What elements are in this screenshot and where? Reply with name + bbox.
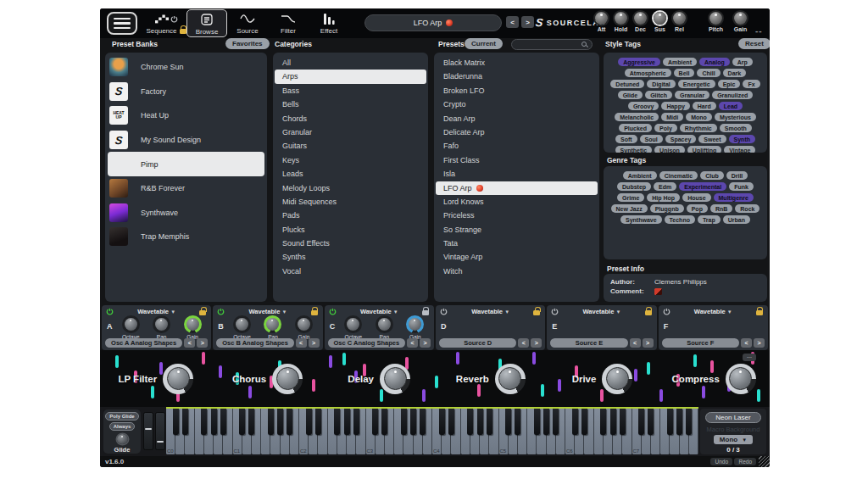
black-key[interactable] bbox=[201, 409, 207, 435]
style-tag-chip[interactable]: Atmospheric bbox=[625, 69, 671, 77]
poly-glide-button[interactable]: Poly Glide bbox=[105, 412, 138, 421]
source-next-button[interactable]: > bbox=[531, 338, 542, 348]
black-key[interactable] bbox=[211, 409, 217, 435]
genre-tag-chip[interactable]: New Jazz bbox=[611, 204, 648, 213]
category-item[interactable]: Bells bbox=[273, 97, 428, 111]
black-key[interactable] bbox=[467, 409, 473, 435]
genre-tag-chip[interactable]: Drill bbox=[726, 171, 748, 180]
effect-knob[interactable] bbox=[272, 364, 303, 394]
pitch-wheel[interactable] bbox=[143, 412, 153, 450]
black-key[interactable] bbox=[248, 409, 254, 435]
black-key[interactable] bbox=[553, 409, 559, 435]
osc-type-dropdown[interactable]: Wavetable ▼ bbox=[436, 308, 545, 315]
style-tag-chip[interactable]: Groovy bbox=[628, 102, 659, 110]
genre-tag-chip[interactable]: Ambient bbox=[623, 171, 657, 180]
style-tag-chip[interactable]: Aggressive bbox=[618, 58, 660, 66]
preset-item[interactable]: Witch bbox=[434, 265, 599, 278]
preset-item[interactable]: Priceless bbox=[434, 209, 599, 222]
genre-tag-chip[interactable]: Club bbox=[700, 171, 724, 180]
source-next-button[interactable]: > bbox=[754, 338, 765, 348]
style-tag-chip[interactable]: Detuned bbox=[610, 80, 644, 88]
style-tag-chip[interactable]: Melancholic bbox=[615, 113, 659, 121]
source-next-button[interactable]: > bbox=[309, 338, 320, 348]
source-prev-button[interactable]: < bbox=[184, 338, 195, 348]
style-tag-chip[interactable]: Epic bbox=[718, 80, 741, 88]
style-tag-chip[interactable]: Sweet bbox=[698, 135, 726, 143]
black-key[interactable] bbox=[487, 409, 492, 435]
style-tag-chip[interactable]: Midi bbox=[661, 113, 683, 121]
black-key[interactable] bbox=[306, 409, 312, 435]
style-tag-chip[interactable]: Analog bbox=[699, 58, 730, 66]
osc-type-dropdown[interactable]: Wavetable ▼ bbox=[102, 308, 211, 315]
style-tag-chip[interactable]: Uplifting bbox=[687, 146, 721, 153]
preset-item[interactable]: Black Matrix bbox=[434, 56, 599, 70]
source-prev-button[interactable]: < bbox=[296, 338, 307, 348]
master-knob[interactable] bbox=[709, 12, 722, 25]
style-tag-chip[interactable]: Vintage bbox=[724, 146, 755, 153]
preset-item[interactable]: Crypto bbox=[434, 97, 599, 111]
pan-knob[interactable] bbox=[376, 315, 393, 333]
black-key[interactable] bbox=[505, 409, 511, 435]
octave-knob[interactable] bbox=[233, 315, 251, 333]
reset-tags-button[interactable]: Reset bbox=[738, 38, 770, 49]
tab-sequence[interactable]: Sequence bbox=[146, 9, 186, 37]
osc-source-button[interactable]: Osc B Analog Shapes bbox=[216, 338, 293, 348]
black-key[interactable] bbox=[315, 409, 321, 435]
black-key[interactable] bbox=[581, 409, 587, 435]
bank-item[interactable]: R&B Forever bbox=[105, 176, 267, 201]
style-tag-chip[interactable]: Synthetic bbox=[615, 146, 653, 153]
env-knob[interactable] bbox=[673, 12, 686, 25]
style-tag-chip[interactable]: Soul bbox=[640, 135, 663, 143]
tab-filter[interactable]: Filter bbox=[268, 9, 309, 37]
genre-tag-chip[interactable]: Pluggnb bbox=[650, 204, 684, 213]
effect-knob[interactable] bbox=[380, 364, 410, 394]
black-key[interactable] bbox=[439, 409, 445, 435]
style-tag-chip[interactable]: Arp bbox=[732, 58, 753, 66]
effect-knob[interactable] bbox=[726, 364, 756, 394]
osc-type-dropdown[interactable]: Wavetable ▼ bbox=[547, 308, 656, 315]
category-item[interactable]: Guitars bbox=[273, 139, 428, 153]
osc-lock-icon[interactable] bbox=[756, 310, 763, 315]
tab-source[interactable]: Source bbox=[227, 9, 268, 37]
black-key[interactable] bbox=[543, 409, 549, 435]
genre-tag-chip[interactable]: Synthwave bbox=[620, 215, 662, 224]
osc-source-button[interactable]: Source E bbox=[550, 338, 627, 348]
category-item[interactable]: Arps bbox=[275, 70, 426, 83]
preset-item[interactable]: Tata bbox=[434, 237, 599, 250]
gain-knob[interactable] bbox=[184, 315, 202, 333]
category-item[interactable]: Bass bbox=[273, 84, 428, 97]
preset-item[interactable]: So Strange bbox=[434, 223, 599, 237]
black-key[interactable] bbox=[268, 409, 274, 435]
genre-tag-chip[interactable]: Hip Hop bbox=[647, 193, 680, 202]
black-key[interactable] bbox=[353, 409, 359, 435]
genre-tag-chip[interactable]: Dubstep bbox=[617, 182, 651, 191]
black-key[interactable] bbox=[381, 409, 387, 435]
source-next-button[interactable]: > bbox=[420, 338, 431, 348]
preset-item[interactable]: Lord Knows bbox=[434, 195, 599, 209]
black-key[interactable] bbox=[182, 409, 188, 435]
genre-tag-chip[interactable]: Grime bbox=[617, 193, 644, 202]
source-prev-button[interactable]: < bbox=[630, 338, 641, 348]
genre-tag-chip[interactable]: Multigenre bbox=[714, 193, 754, 202]
style-tag-chip[interactable]: Unison bbox=[654, 146, 685, 153]
preset-item[interactable]: Dean Arp bbox=[434, 112, 599, 125]
env-knob[interactable] bbox=[595, 12, 608, 25]
style-tag-chip[interactable]: Mono bbox=[686, 113, 712, 121]
effect-knob[interactable] bbox=[602, 364, 632, 394]
style-tag-chip[interactable]: Energetic bbox=[678, 80, 715, 88]
octave-knob[interactable] bbox=[122, 315, 140, 333]
bank-item[interactable]: Heat Up bbox=[105, 103, 267, 128]
style-tag-chip[interactable]: Lead bbox=[719, 102, 743, 110]
tab-browse[interactable]: Browse bbox=[186, 9, 227, 37]
osc-source-button[interactable]: Osc A Analog Shapes bbox=[105, 338, 182, 348]
effect-knob[interactable] bbox=[163, 364, 193, 394]
redo-button[interactable]: Redo bbox=[734, 458, 756, 465]
current-preset-display[interactable]: LFO Arp bbox=[364, 14, 502, 31]
style-tag-chip[interactable]: Digital bbox=[647, 80, 675, 88]
style-tag-chip[interactable]: Spacey bbox=[665, 135, 697, 143]
effect-knob[interactable] bbox=[495, 364, 526, 394]
genre-tag-chip[interactable]: Pop bbox=[687, 204, 708, 213]
black-key[interactable] bbox=[420, 409, 426, 435]
style-tag-chip[interactable]: Ambient bbox=[663, 58, 697, 66]
preset-item[interactable]: Isla bbox=[434, 167, 599, 181]
